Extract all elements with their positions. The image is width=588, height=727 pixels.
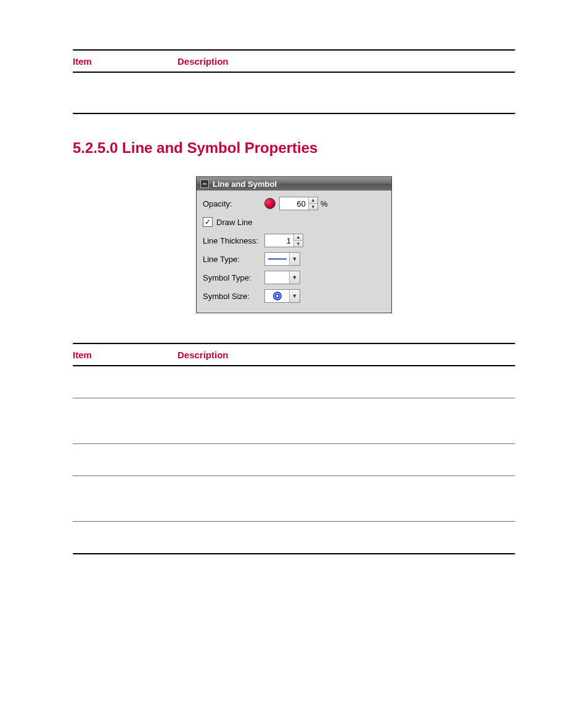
spin-up-icon[interactable]: ▲ [294,234,303,241]
thickness-label: Line Thickness: [203,236,264,245]
spin-up-icon[interactable]: ▲ [309,197,317,204]
table1: Item Description [73,49,515,115]
table2: Item Description [73,343,515,555]
chevron-down-icon[interactable]: ▼ [289,271,300,284]
symbolsize-label: Symbol Size: [203,292,264,301]
chevron-down-icon[interactable]: ▼ [289,290,300,302]
table1-bottom-rule [73,113,515,115]
table-row [73,477,515,521]
section-heading: 5.2.5.0 Line and Symbol Properties [73,139,515,157]
table-row [73,522,515,553]
table-row [73,445,515,475]
symbolsize-preview-icon [265,291,289,301]
svg-point-0 [274,292,281,300]
row-drawline: ✓ Draw Line [203,213,385,231]
opacity-unit: % [321,199,328,208]
table1-header-row: Item Description [73,51,515,72]
table2-rows [73,367,515,555]
color-swatch-icon[interactable] [264,198,276,209]
table1-empty-row [73,73,515,113]
opacity-input[interactable] [280,198,308,209]
opacity-label: Opacity: [203,199,264,208]
panel-title: Line and Symbol [213,179,277,189]
row-linetype: Line Type: ▼ [203,250,385,268]
table1-header-desc: Description [178,56,515,67]
row-thickness: Line Thickness: ▲ ▼ [203,231,385,250]
linetype-preview-icon [265,258,289,260]
row-opacity: Opacity: ▲ ▼ % [203,194,385,213]
symboltype-label: Symbol Type: [203,273,264,282]
thickness-spinner[interactable]: ▲ ▼ [264,234,303,247]
table1-header-item: Item [73,56,178,67]
spin-down-icon[interactable]: ▼ [309,204,317,210]
row-symbolsize: Symbol Size: ▼ [203,287,385,305]
linetype-combo[interactable]: ▼ [264,252,300,266]
opacity-spinner[interactable]: ▲ ▼ [279,197,318,210]
collapse-icon[interactable]: − [200,179,209,188]
symbolsize-combo[interactable]: ▼ [264,289,300,303]
table2-header-row: Item Description [73,345,515,365]
document-page: Item Description 5.2.5.0 Line and Symbol… [0,0,588,727]
drawline-checkbox[interactable]: ✓ [203,217,213,227]
panel-titlebar[interactable]: − Line and Symbol [197,177,391,191]
svg-point-1 [276,294,279,298]
table2-header-desc: Description [178,350,515,360]
table-row [73,399,515,443]
drawline-label: Draw Line [216,218,253,227]
symboltype-combo[interactable]: ▼ [264,271,300,284]
thickness-input[interactable] [265,235,293,246]
linetype-label: Line Type: [203,255,264,264]
spin-down-icon[interactable]: ▼ [294,241,303,247]
line-symbol-panel: − Line and Symbol Opacity: ▲ ▼ % ✓ Draw … [196,176,392,313]
table2-bottom-rule [73,553,515,555]
table2-header-item: Item [73,350,178,360]
row-symboltype: Symbol Type: ▼ [203,268,385,287]
chevron-down-icon[interactable]: ▼ [289,253,300,265]
table-row [73,367,515,398]
panel-body: Opacity: ▲ ▼ % ✓ Draw Line Line Thicknes… [197,191,391,313]
opacity-spin-buttons[interactable]: ▲ ▼ [308,197,317,210]
thickness-spin-buttons[interactable]: ▲ ▼ [293,234,303,247]
